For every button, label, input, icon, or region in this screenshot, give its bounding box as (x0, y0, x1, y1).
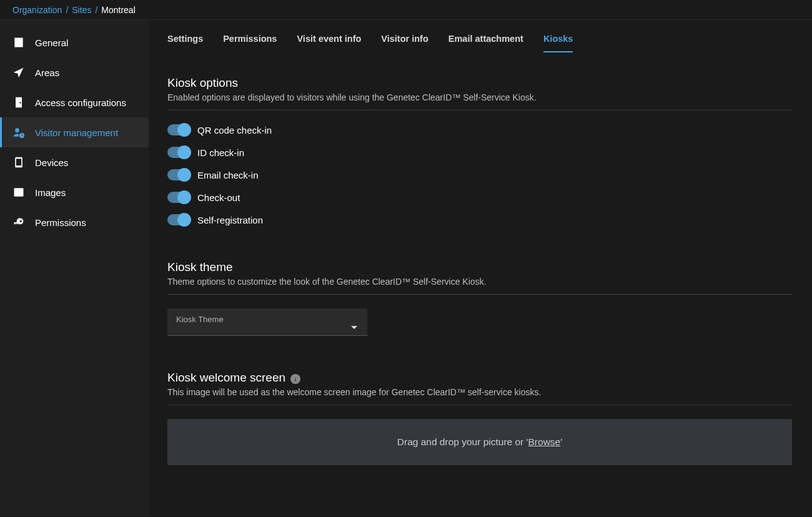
select-label: Kiosk Theme (176, 315, 359, 324)
breadcrumb-organization[interactable]: Organization (12, 5, 62, 15)
phone-icon (12, 156, 25, 169)
door-icon (12, 96, 25, 109)
info-icon[interactable]: i (290, 374, 300, 384)
tab-permissions[interactable]: Permissions (223, 34, 277, 52)
toggle-checkout[interactable] (167, 192, 190, 203)
tab-kiosks[interactable]: Kiosks (543, 34, 573, 52)
main-content: Settings Permissions Visit event info Vi… (149, 20, 812, 517)
tab-email-attachment[interactable]: Email attachment (448, 34, 523, 52)
toggle-row-checkout: Check-out (167, 192, 792, 203)
nav-arrow-icon (12, 66, 25, 79)
breadcrumb-separator: / (95, 5, 97, 15)
key-icon (12, 216, 25, 229)
section-title: Kiosk options (167, 76, 792, 90)
breadcrumb-current: Montreal (101, 5, 135, 15)
toggle-self-registration[interactable] (167, 214, 190, 225)
breadcrumb-separator: / (66, 5, 68, 15)
toggle-id-checkin[interactable] (167, 147, 190, 158)
sidebar-item-permissions[interactable]: Permissions (0, 207, 149, 237)
tab-visit-event-info[interactable]: Visit event info (297, 34, 361, 52)
dropzone-text-suffix: ' (560, 436, 562, 447)
section-description: Theme options to customize the look of t… (167, 277, 792, 295)
kiosk-theme-select[interactable]: Kiosk Theme (167, 308, 367, 336)
breadcrumb-sites[interactable]: Sites (72, 5, 91, 15)
section-description: Enabled options are displayed to visitor… (167, 92, 792, 111)
section-kiosk-theme: Kiosk theme Theme options to customize t… (167, 260, 792, 336)
sidebar-item-label: Images (35, 187, 66, 198)
section-title: Kiosk welcome screen (167, 371, 285, 385)
chevron-down-icon (351, 326, 357, 329)
section-kiosk-options: Kiosk options Enabled options are displa… (167, 76, 792, 225)
toggle-label: Self-registration (197, 215, 263, 225)
section-title: Kiosk theme (167, 260, 792, 274)
sidebar-item-general[interactable]: General (0, 27, 149, 57)
toggle-label: Check-out (197, 192, 240, 203)
sidebar-item-label: Devices (35, 157, 68, 168)
person-clock-icon (12, 126, 25, 139)
toggle-label: ID check-in (197, 147, 244, 158)
section-kiosk-welcome: Kiosk welcome screen i This image will b… (167, 371, 792, 465)
sidebar: General Areas Access configurations Visi… (0, 20, 149, 517)
sidebar-item-label: Access configurations (35, 97, 126, 108)
toggle-label: QR code check-in (197, 125, 272, 135)
sidebar-item-areas[interactable]: Areas (0, 57, 149, 87)
image-icon (12, 186, 25, 199)
section-description: This image will be used as the welcome s… (167, 387, 792, 405)
toggle-label: Email check-in (197, 170, 259, 180)
breadcrumb: Organization / Sites / Montreal (0, 0, 812, 20)
sidebar-item-visitor-management[interactable]: Visitor management (0, 117, 149, 147)
tab-bar: Settings Permissions Visit event info Vi… (167, 34, 793, 52)
browse-link[interactable]: Browse (528, 436, 561, 447)
toggle-row-id: ID check-in (167, 147, 792, 158)
sidebar-item-access-configurations[interactable]: Access configurations (0, 87, 149, 117)
sidebar-item-label: Permissions (35, 217, 86, 228)
sidebar-item-label: General (35, 37, 68, 48)
sidebar-item-images[interactable]: Images (0, 177, 149, 207)
tab-settings[interactable]: Settings (167, 34, 203, 52)
welcome-image-dropzone[interactable]: Drag and drop your picture or 'Browse' (167, 419, 792, 465)
toggle-row-email: Email check-in (167, 169, 792, 180)
building-icon (12, 36, 25, 49)
sidebar-item-label: Areas (35, 67, 59, 78)
sidebar-item-devices[interactable]: Devices (0, 147, 149, 177)
sidebar-item-label: Visitor management (35, 127, 118, 138)
toggle-qr-checkin[interactable] (167, 124, 190, 135)
toggle-row-selfreg: Self-registration (167, 214, 792, 225)
dropzone-text: Drag and drop your picture or ' (397, 436, 528, 447)
toggle-row-qr: QR code check-in (167, 124, 792, 135)
tab-visitor-info[interactable]: Visitor info (381, 34, 428, 52)
toggle-email-checkin[interactable] (167, 169, 190, 180)
